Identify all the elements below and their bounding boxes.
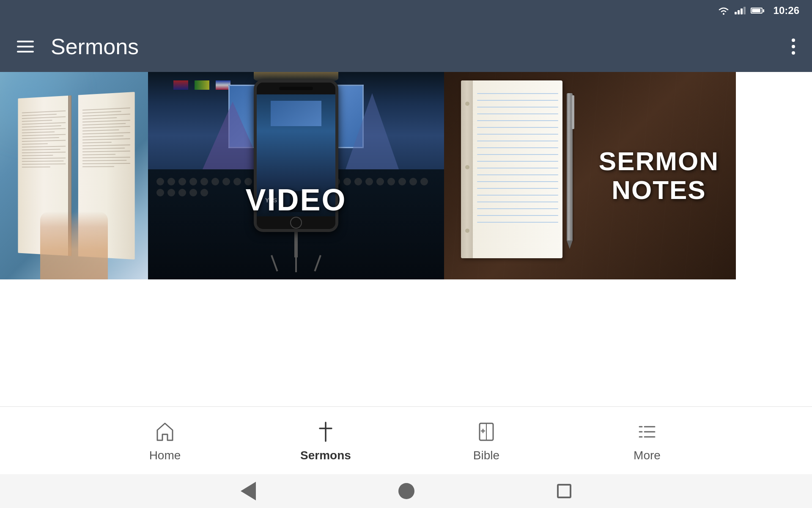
bottom-nav: Home Sermons Bible <box>0 406 812 474</box>
list-icon <box>634 419 660 444</box>
status-bar: 10:26 <box>0 0 812 21</box>
status-icons: 10:26 <box>718 5 799 17</box>
video-card[interactable]: YES <box>148 72 444 279</box>
nav-item-bible[interactable]: Bible <box>444 419 529 462</box>
video-card-label: VIDEO <box>245 182 346 217</box>
cross-icon <box>313 419 338 444</box>
app-title: Sermons <box>51 34 139 59</box>
home-icon <box>152 419 178 444</box>
sermons-label: Sermons <box>300 449 351 462</box>
bible-icon <box>474 419 499 444</box>
bible-label: Bible <box>473 449 499 462</box>
recents-button[interactable] <box>557 484 571 498</box>
wifi-icon <box>718 6 730 15</box>
sermon-notes-label: SERMON NOTES <box>599 147 719 204</box>
more-label: More <box>634 449 661 462</box>
sermon-notes-card[interactable]: SERMON NOTES <box>444 72 736 279</box>
status-time: 10:26 <box>774 5 799 17</box>
nav-item-sermons[interactable]: Sermons <box>283 419 368 462</box>
app-bar: Sermons <box>0 21 812 72</box>
signal-bars <box>735 7 746 14</box>
extra-white-area <box>736 72 812 279</box>
hamburger-menu-icon[interactable] <box>17 41 34 52</box>
back-button[interactable] <box>241 482 256 500</box>
svg-point-0 <box>723 13 724 15</box>
white-space <box>0 279 812 406</box>
home-button[interactable] <box>398 483 414 499</box>
bible-card[interactable] <box>0 72 148 279</box>
android-nav <box>0 474 812 508</box>
nav-item-more[interactable]: More <box>605 419 689 462</box>
cards-row: YES <box>0 72 812 279</box>
more-options-icon[interactable] <box>792 39 795 55</box>
home-label: Home <box>149 449 181 462</box>
app-bar-left: Sermons <box>17 34 139 59</box>
battery-icon <box>751 8 764 14</box>
nav-item-home[interactable]: Home <box>123 419 207 462</box>
